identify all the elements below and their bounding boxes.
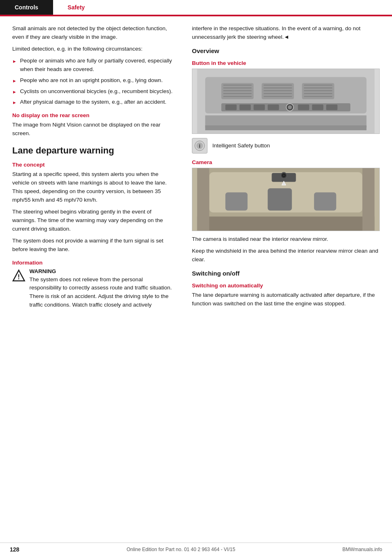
bullet-arrow-icon: ► xyxy=(12,89,17,96)
svg-text:i: i xyxy=(199,143,200,149)
svg-rect-40 xyxy=(268,188,292,210)
lane-departure-heading: Lane departure warning xyxy=(12,145,176,156)
svg-rect-33 xyxy=(205,125,367,130)
list-item: ► People or animals who are fully or par… xyxy=(12,57,176,74)
intelligent-safety-label: Intelligent Safety button xyxy=(212,142,270,149)
warning-triangle-icon: ! xyxy=(12,269,25,282)
camera-text-1: The camera is installed near the interio… xyxy=(192,235,380,244)
footer-text: Online Edition for Part no. 01 40 2 963 … xyxy=(127,547,235,552)
switching-auto-text: The lane departure warning is automatica… xyxy=(192,291,380,308)
concept-text-2: The steering wheel begins vibrating gent… xyxy=(12,208,176,234)
warning-content: WARNING The system does not relieve from… xyxy=(29,268,176,310)
intelligent-safety-row: i Intelligent Safety button xyxy=(192,138,380,153)
svg-rect-39 xyxy=(225,192,247,210)
bullet-arrow-icon: ► xyxy=(12,58,17,65)
no-display-text: The image from Night Vision cannot be di… xyxy=(12,121,176,138)
top-navigation: Controls Safety xyxy=(0,0,392,16)
intelligent-safety-icon: i xyxy=(192,138,207,153)
svg-rect-41 xyxy=(314,192,336,210)
page-number: 128 xyxy=(10,546,19,553)
bullet-text: People or animals who are fully or parti… xyxy=(20,57,176,74)
warning-box: ! WARNING The system does not relieve fr… xyxy=(12,268,176,310)
warning-label: WARNING xyxy=(29,268,176,274)
svg-point-28 xyxy=(288,105,292,109)
svg-point-45 xyxy=(283,175,285,176)
bullet-arrow-icon: ► xyxy=(12,99,17,106)
concept-text-1: Starting at a specific speed, this syste… xyxy=(12,170,176,205)
no-display-heading: No display on the rear screen xyxy=(12,112,176,118)
main-content: Small animals are not detected by the ob… xyxy=(0,16,392,329)
concept-text-3: The system does not provide a warning if… xyxy=(12,237,176,254)
intro-text-2: Limited detection, e.g. in the following… xyxy=(12,45,176,53)
tab-safety[interactable]: Safety xyxy=(53,0,100,15)
overview-heading: Overview xyxy=(192,47,380,54)
list-item: ► After physical damage to the system, e… xyxy=(12,98,176,107)
bullet-text: People who are not in an upright positio… xyxy=(20,76,163,85)
svg-rect-47 xyxy=(197,216,374,231)
bullet-arrow-icon: ► xyxy=(12,78,17,85)
svg-rect-24 xyxy=(239,105,251,110)
button-vehicle-heading: Button in the vehicle xyxy=(192,60,380,66)
bullet-text: Cyclists on unconventional bicycles (e.g… xyxy=(20,87,173,96)
camera-text-2: Keep the windshield in the area behind t… xyxy=(192,247,380,264)
svg-rect-23 xyxy=(225,105,237,110)
switching-auto-heading: Switching on automatically xyxy=(192,282,380,289)
information-heading: Information xyxy=(12,260,176,266)
switching-heading: Switching on/off xyxy=(192,270,380,277)
intro-text-1: Small animals are not detected by the ob… xyxy=(12,24,176,42)
right-intro-text: interfere in the respective situations. … xyxy=(192,24,380,42)
svg-rect-26 xyxy=(268,105,279,110)
bullet-text: After physical damage to the system, e.g… xyxy=(20,98,167,107)
svg-rect-31 xyxy=(326,105,338,110)
tab-controls[interactable]: Controls xyxy=(0,0,53,15)
site-name: BMWmanuals.info xyxy=(343,547,382,552)
svg-rect-30 xyxy=(312,105,323,110)
list-item: ► People who are not in an upright posit… xyxy=(12,76,176,85)
list-item: ► Cyclists on unconventional bicycles (e… xyxy=(12,87,176,96)
footer: 128 Online Edition for Part no. 01 40 2 … xyxy=(0,543,392,556)
left-column: Small animals are not detected by the ob… xyxy=(0,24,188,313)
svg-rect-48 xyxy=(197,168,209,231)
right-column: interfere in the respective situations. … xyxy=(188,24,392,313)
svg-rect-49 xyxy=(363,168,375,231)
camera-image xyxy=(192,168,380,231)
warning-text: The system does not relieve from the per… xyxy=(29,276,176,310)
vehicle-button-image xyxy=(192,69,380,134)
svg-rect-29 xyxy=(298,105,310,110)
concept-heading: The concept xyxy=(12,162,176,168)
svg-rect-25 xyxy=(254,105,265,110)
camera-heading: Camera xyxy=(192,159,380,165)
svg-text:!: ! xyxy=(18,274,20,280)
bullet-list: ► People or animals who are fully or par… xyxy=(12,57,176,107)
